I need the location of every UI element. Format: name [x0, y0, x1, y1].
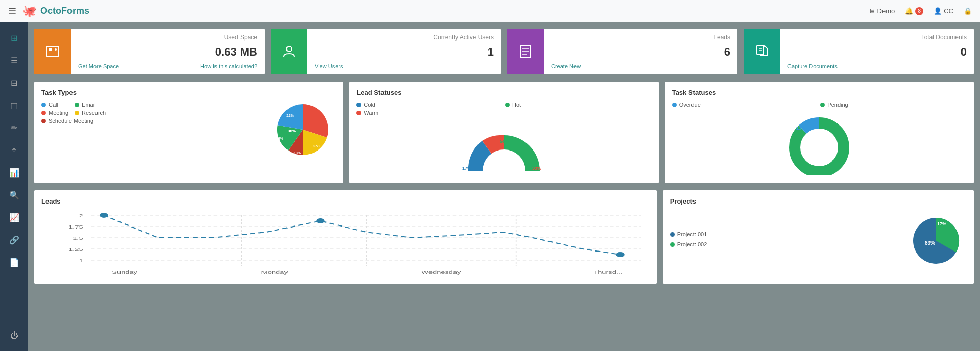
demo-icon: 🖥 [869, 7, 875, 15]
x-label-thursday: Thursd... [593, 270, 623, 275]
get-more-space-link[interactable]: Get More Space [78, 63, 119, 69]
hamburger-icon[interactable]: ☰ [8, 6, 16, 17]
call-dot [41, 103, 46, 107]
sidebar-item-calendar[interactable]: ◫ [4, 95, 25, 115]
pct-88-pending: 88% [832, 159, 841, 164]
used-space-icon-box [34, 29, 71, 74]
task-statuses-card: Task Statuses Overdue Pending [665, 82, 974, 183]
pct-17-proj: 17% [937, 221, 946, 227]
sidebar-item-reports[interactable]: ⊟ [4, 72, 25, 93]
leads-chart-title: Leads [41, 197, 650, 205]
projects-content: Project: 001 Project: 002 [670, 210, 967, 268]
point-end [616, 252, 624, 257]
notification-badge: 8 [915, 7, 923, 15]
leads-value: 6 [551, 45, 730, 59]
pct-13c: 13% [286, 114, 294, 117]
brand-name: OctoForms [40, 6, 89, 16]
active-users-info: Currently Active Users 1 View Users [307, 29, 501, 74]
pending-label: Pending [827, 102, 848, 108]
view-users-link[interactable]: View Users [315, 63, 343, 69]
legend-call: Call [41, 102, 73, 108]
leads-info: Leads 6 Create New [544, 29, 737, 74]
active-users-links: View Users [315, 63, 494, 69]
task-types-legend-grid: Call Email Meeting [41, 102, 106, 124]
used-space-links: Get More Space How is this calculated? [78, 63, 257, 69]
task-types-pie-area: 38% 25% 13% 13% 13% [111, 102, 336, 158]
leads-svg: 2 1.75 1.5 1.25 1 Sunday Monday Wednesda… [41, 210, 650, 277]
svg-point-3 [286, 46, 292, 52]
leads-icon-box [507, 29, 544, 74]
demo-nav-item[interactable]: 🖥 Demo [869, 7, 895, 15]
pct-25: 25% [313, 144, 321, 148]
stat-card-used-space: Used Space 0.63 MB Get More Space How is… [34, 29, 265, 74]
total-docs-info: Total Documents 0 Capture Documents [780, 29, 974, 74]
sidebar-item-home[interactable]: ⊞ [4, 28, 25, 48]
stat-card-total-docs: Total Documents 0 Capture Documents [744, 29, 974, 74]
task-types-card: Task Types Call Email [34, 82, 343, 183]
pct-13b: 13% [276, 137, 284, 140]
pct-83: 83% [925, 240, 935, 246]
gauge-base [483, 170, 525, 173]
pct-33: 33% [532, 166, 541, 171]
cold-dot [356, 103, 361, 107]
legend-hot: Hot [505, 102, 652, 108]
email-label: Email [82, 102, 96, 108]
svg-rect-8 [757, 45, 764, 55]
leads-line [104, 215, 620, 255]
lead-statuses-donut-area: 17% 33% 50% [356, 125, 651, 176]
project-002-label: Project: 002 [677, 241, 707, 247]
projects-pie-area: 83% 17% [905, 210, 967, 268]
overdue-dot [672, 103, 677, 107]
leads-links: Create New [551, 63, 730, 69]
capture-docs-link[interactable]: Capture Documents [787, 63, 838, 69]
octopus-icon: 🐙 [22, 5, 36, 18]
y-label-175: 1.75 [68, 224, 83, 230]
pct-13-overdue: 13% [796, 126, 805, 131]
lock-icon: 🔒 [964, 7, 972, 15]
sidebar-item-tasks[interactable]: ✏ [4, 117, 25, 138]
stats-row: Used Space 0.63 MB Get More Space How is… [34, 29, 974, 74]
sidebar-item-users[interactable]: 🔍 [4, 185, 25, 205]
document-icon-svg [754, 43, 770, 60]
user-icon: 👤 [934, 7, 942, 15]
pct-17: 17% [462, 166, 471, 171]
how-calculated-link[interactable]: How is this calculated? [200, 63, 257, 69]
sidebar-item-logout[interactable]: ⏻ [4, 325, 25, 346]
leads-icon-svg [517, 43, 534, 60]
legend-warm: Warm [356, 110, 503, 116]
sidebar-item-charts[interactable]: 📊 [4, 162, 25, 183]
hot-label: Hot [512, 102, 521, 108]
point-peak [316, 218, 324, 223]
storage-icon [44, 43, 61, 60]
sidebar-item-forms[interactable]: ☰ [4, 50, 25, 70]
active-users-icon-box [271, 29, 307, 74]
x-label-wednesday: Wednesday [421, 270, 461, 275]
lead-statuses-legend: Cold Hot Warm [356, 102, 651, 116]
demo-label: Demo [877, 7, 895, 15]
sidebar-item-integrations[interactable]: 🔗 [4, 230, 25, 250]
leads-label: Leads [551, 34, 730, 41]
task-statuses-content: Overdue Pending [672, 102, 967, 176]
project-002-dot [670, 242, 675, 247]
brand: 🐙 OctoForms [22, 5, 89, 18]
total-docs-value: 0 [787, 45, 967, 59]
notifications-nav-item[interactable]: 🔔 8 [905, 7, 923, 15]
research-label: Research [82, 110, 106, 116]
stat-card-leads: Leads 6 Create New [507, 29, 737, 74]
create-new-link[interactable]: Create New [551, 63, 581, 69]
sidebar-item-leads[interactable]: ⌖ [4, 140, 25, 160]
content-area: Used Space 0.63 MB Get More Space How is… [28, 22, 980, 351]
legend-schedule: Schedule Meeting [41, 118, 106, 124]
sidebar-item-docs[interactable]: 📄 [4, 252, 25, 272]
total-docs-icon-box [744, 29, 780, 74]
total-docs-links: Capture Documents [787, 63, 967, 69]
total-docs-label: Total Documents [787, 34, 967, 41]
main-layout: ⊞ ☰ ⊟ ◫ ✏ ⌖ 📊 🔍 📈 🔗 📄 ⏻ [0, 22, 980, 351]
settings-nav-item[interactable]: 🔒 [964, 7, 972, 15]
sidebar: ⊞ ☰ ⊟ ◫ ✏ ⌖ 📊 🔍 📈 🔗 📄 ⏻ [0, 22, 28, 351]
pending-dot [820, 103, 825, 107]
leads-line-chart: 2 1.75 1.5 1.25 1 Sunday Monday Wednesda… [41, 210, 650, 277]
pct-50: 50% [500, 139, 509, 144]
sidebar-item-analytics[interactable]: 📈 [4, 207, 25, 228]
user-nav-item[interactable]: 👤 CC [934, 7, 953, 15]
